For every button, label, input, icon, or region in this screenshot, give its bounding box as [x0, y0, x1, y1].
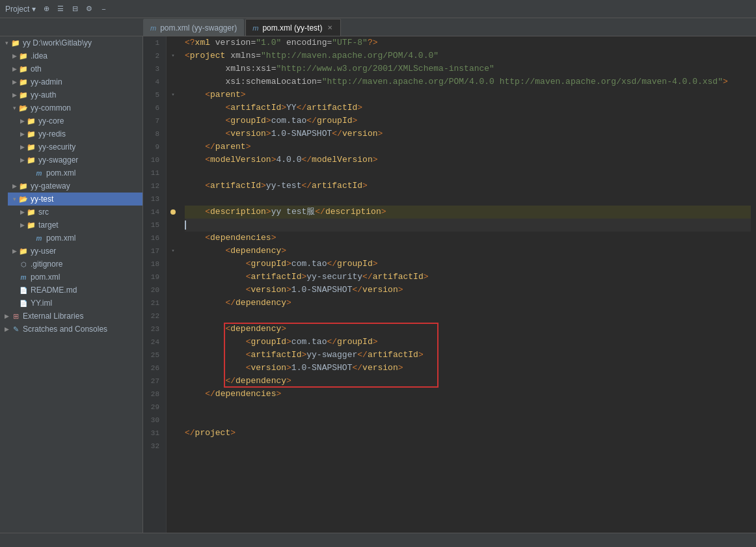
sidebar-label-yyiml: YY.iml	[31, 299, 52, 308]
sidebar-item-idea[interactable]: ▶ 📁 .idea	[8, 49, 142, 62]
ln-4: 4	[143, 75, 162, 88]
arrow-icon-extlibs: ▶	[3, 312, 10, 320]
ln-22: 22	[143, 310, 162, 323]
sidebar-item-yy[interactable]: ▾ 📁 yy D:\work\Gitlab\yy	[0, 36, 142, 49]
sidebar-label-yy-admin: yy-admin	[31, 77, 62, 87]
sidebar-item-yy-core[interactable]: ▶ 📁 yy-core	[16, 114, 142, 127]
sidebar-label-pom-swagger: pom.xml	[46, 168, 75, 178]
settings-icon[interactable]: ⚙	[84, 4, 94, 14]
code-lines[interactable]: <?xml version="1.0" encoding="UTF-8"?> <…	[180, 36, 756, 533]
fold-icon-17[interactable]: ▾	[171, 245, 174, 258]
add-icon[interactable]: ⊕	[41, 4, 51, 14]
gutter-18	[167, 258, 180, 271]
gutter-11	[167, 167, 180, 180]
sidebar-item-yyiml[interactable]: ▶ 📄 YY.iml	[8, 297, 142, 310]
sidebar-item-yy-swagger[interactable]: ▶ 📁 yy-swagger	[16, 153, 142, 167]
code-line-32	[185, 440, 751, 453]
ln-5: 5	[143, 88, 162, 101]
arrow-icon-target: ▶	[18, 221, 26, 229]
tab-bar: m pom.xml (yy-swagger) m pom.xml (yy-tes…	[0, 18, 756, 36]
code-line-29	[185, 401, 751, 414]
sidebar-item-yy-user[interactable]: ▶ 📁 yy-user	[8, 245, 142, 258]
tab-pom-test[interactable]: m pom.xml (yy-test) ✕	[245, 19, 341, 36]
sidebar-item-pom-swagger[interactable]: ▶ m pom.xml	[23, 167, 142, 180]
sidebar-item-yy-admin[interactable]: ▶ 📁 yy-admin	[8, 75, 142, 88]
sidebar-label-yy-gateway: yy-gateway	[31, 181, 70, 191]
sidebar-item-yy-test[interactable]: ▾ 📂 yy-test	[8, 193, 142, 206]
sidebar-item-src[interactable]: ▶ 📁 src	[16, 206, 142, 219]
sidebar-item-scratches[interactable]: ▶ ✎ Scratches and Consoles	[0, 323, 142, 336]
cursor	[185, 220, 186, 230]
sidebar-item-pom-root[interactable]: ▶ m pom.xml	[8, 271, 142, 284]
close-icon[interactable]: −	[98, 4, 109, 14]
gutter-29	[167, 401, 180, 414]
tab-m-icon-swagger: m	[150, 24, 156, 32]
list-icon[interactable]: ☰	[55, 4, 66, 14]
sidebar-item-pom-test[interactable]: ▶ m pom.xml	[23, 232, 142, 245]
sidebar-item-yy-common[interactable]: ▾ 📂 yy-common	[8, 101, 142, 114]
code-line-8: <version>1.0-SNAPSHOT</version>	[185, 127, 751, 140]
gutter-22	[167, 310, 180, 323]
gutter-15	[167, 219, 180, 232]
folder-icon-oth: 📁	[18, 64, 29, 74]
code-line-14: <description>yy test服</description>	[185, 206, 751, 219]
ln-24: 24	[143, 336, 162, 349]
code-line-23: <dependency>	[185, 323, 751, 336]
tab-close-button[interactable]: ✕	[326, 23, 334, 32]
arrow-icon-yy-admin: ▶	[10, 78, 18, 86]
gutter-4	[167, 75, 180, 88]
tab-pom-swagger[interactable]: m pom.xml (yy-swagger)	[143, 19, 244, 36]
gutter-21	[167, 297, 180, 310]
code-line-18: <groupId>com.tao</groupId>	[185, 258, 751, 271]
gutter-23	[167, 323, 180, 336]
folder-icon-yy-swagger: 📁	[26, 155, 36, 165]
sidebar-item-yy-auth[interactable]: ▶ 📁 yy-auth	[8, 88, 142, 101]
project-dropdown[interactable]: Project ▾	[5, 5, 36, 14]
pom-icon-root: m	[18, 272, 29, 282]
ln-14: 14	[143, 206, 162, 219]
code-line-19: <artifactId>yy-security</artifactId>	[185, 271, 751, 284]
sidebar-item-readme[interactable]: ▶ 📄 README.md	[8, 284, 142, 297]
gutter-10	[167, 153, 180, 167]
highlight-block: <dependency> <groupId>com.tao</groupId> …	[185, 323, 751, 388]
ln-12: 12	[143, 180, 162, 193]
sidebar-label-yy-user: yy-user	[31, 247, 56, 256]
arrow-icon-yy: ▾	[3, 39, 10, 47]
code-line-10: <modelVersion>4.0.0</modelVersion>	[185, 153, 751, 167]
gutter-26	[167, 362, 180, 375]
fold-icon-5[interactable]: ▾	[171, 88, 174, 101]
sidebar-item-yy-redis[interactable]: ▶ 📁 yy-redis	[16, 127, 142, 140]
gutter: ▾ ▾ ▾	[167, 36, 180, 533]
readme-icon: 📄	[18, 285, 29, 295]
folder-icon-yy-auth: 📁	[18, 90, 29, 100]
code-line-22	[185, 310, 751, 323]
sidebar-item-gitignore[interactable]: ▶ ⬡ .gitignore	[8, 258, 142, 271]
sidebar-item-yy-security[interactable]: ▶ 📁 yy-security	[16, 140, 142, 153]
gutter-7	[167, 114, 180, 127]
gutter-20	[167, 284, 180, 297]
fold-icon-2[interactable]: ▾	[171, 49, 174, 62]
sidebar-item-target[interactable]: ▶ 📁 target	[16, 219, 142, 232]
ln-9: 9	[143, 140, 162, 153]
code-line-1: <?xml version="1.0" encoding="UTF-8"?>	[185, 36, 751, 49]
extlibs-icon: ⊞	[10, 311, 21, 321]
editor-area[interactable]: 1 2 3 4 5 6 7 8 9 10 11 12 13 14 15 16 1…	[143, 36, 756, 533]
ln-29: 29	[143, 401, 162, 414]
editor-content: 1 2 3 4 5 6 7 8 9 10 11 12 13 14 15 16 1…	[143, 36, 756, 533]
ln-26: 26	[143, 362, 162, 375]
gutter-28	[167, 388, 180, 401]
collapse-icon[interactable]: ⊟	[70, 4, 80, 14]
tab-label-test: pom.xml (yy-test)	[262, 23, 322, 33]
arrow-icon-idea: ▶	[10, 52, 18, 60]
sidebar-item-external-libs[interactable]: ▶ ⊞ External Libraries	[0, 310, 142, 323]
title-bar: Project ▾ ⊕ ☰ ⊟ ⚙ −	[0, 0, 756, 18]
code-line-4: xsi:schemaLocation="http://maven.apache.…	[185, 75, 751, 88]
gutter-3	[167, 62, 180, 75]
code-line-9: </parent>	[185, 140, 751, 153]
sidebar-item-oth[interactable]: ▶ 📁 oth	[8, 62, 142, 75]
ln-8: 8	[143, 127, 162, 140]
sidebar-item-yy-gateway[interactable]: ▶ 📁 yy-gateway	[8, 180, 142, 193]
pom-icon-swagger: m	[34, 168, 44, 178]
code-line-3: xmlns:xsi="http://www.w3.org/2001/XMLSch…	[185, 62, 751, 75]
folder-icon-src: 📁	[26, 207, 36, 217]
